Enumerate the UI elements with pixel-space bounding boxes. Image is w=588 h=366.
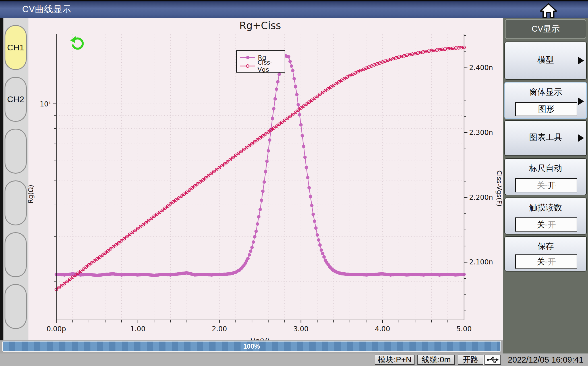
menu-button-4[interactable]: 标尺自动关-开 [504,158,587,195]
svg-text:2.300n: 2.300n [469,129,493,137]
menu-button-6[interactable]: 保存关-开 [504,236,587,272]
left-edge-strip [0,18,3,340]
status-circuit: 开路 [458,355,483,365]
toggle-off-label: 关 [537,219,545,231]
toggle-box[interactable]: 关-开 [515,217,577,232]
channel-button-label: CH1 [7,43,24,52]
legend-entry: Ciss-Vgs [240,62,283,70]
status-datetime: 2022/12/05 16:09:41 [503,355,588,365]
toggle-on-label: 开 [548,256,556,268]
channel-button-empty-3[interactable] [5,180,27,225]
svg-text:Ciss-Vgs(F): Ciss-Vgs(F) [496,170,503,207]
svg-text:2.400n: 2.400n [469,64,493,72]
channel-button-ch1[interactable]: CH1 [5,25,27,70]
toggle-on-label: 开 [548,180,556,191]
svg-text:5.00: 5.00 [456,325,471,333]
channel-button-label: CH2 [7,94,24,104]
menu-button-label: 标尺自动 [505,163,586,174]
menu-value-label: 图形 [538,104,555,115]
menu-header: CV显示 [505,19,586,39]
toggle-box[interactable]: 关-开 [515,178,577,192]
menu-value-box: 图形 [515,102,577,116]
toggle-off-label: 关 [537,256,545,268]
svg-text:Rg(Ω): Rg(Ω) [28,185,34,203]
chart-legend: RgCiss-Vgs [236,50,285,73]
channel-button-empty-2[interactable] [5,129,27,174]
cv-curve-display-screen: CV曲线显示 CH1CH2 Rg+Ciss 0.00p1.002.003.004… [0,0,588,366]
progress-row: 100% [0,340,503,353]
arrow-right-icon [578,97,584,105]
refresh-icon[interactable] [69,35,86,52]
menu-button-label: 触摸读数 [505,202,586,213]
channel-sidebar: CH1CH2 [3,18,28,340]
channel-button-empty-5[interactable] [5,284,27,329]
menu-button-2[interactable]: 窗体显示图形 [504,82,587,119]
toggle-separator: - [545,220,548,229]
right-menu-panel: CV显示 模型窗体显示图形图表工具标尺自动关-开触摸读数关-开保存关-开 [503,18,588,353]
status-module: 模块:P+N [375,355,415,365]
svg-text:0.00p: 0.00p [47,325,66,333]
menu-button-1[interactable]: 模型 [504,42,587,80]
title-bar: CV曲线显示 [0,0,588,18]
svg-text:2.00: 2.00 [212,325,227,333]
menu-button-label: 图表工具 [505,132,586,143]
page-title: CV曲线显示 [22,1,71,18]
home-button[interactable] [539,3,558,18]
menu-button-label: 保存 [505,241,586,252]
home-icon [539,3,558,18]
arrow-right-icon [578,134,584,142]
svg-text:2.200n: 2.200n [469,194,493,201]
channel-button-empty-4[interactable] [5,232,27,277]
channel-button-ch2[interactable]: CH2 [5,77,27,122]
usb-status-box [485,355,501,365]
toggle-on-label: 开 [548,219,556,231]
svg-text:10¹: 10¹ [40,100,51,108]
status-cable: 线缆:0m [417,355,455,365]
progress-bar: 100% [2,341,501,352]
progress-label: 100% [243,343,260,350]
menu-button-label: 窗体显示 [505,87,586,98]
arrow-right-icon [578,57,584,65]
usb-icon [486,356,499,363]
status-bar: 模块:P+N线缆:0m开路 2022/12/05 16:09:41 [0,353,588,366]
menu-button-label: 模型 [505,54,586,66]
legend-filled-marker [240,54,256,61]
menu-button-3[interactable]: 图表工具 [504,120,587,156]
svg-text:1.00: 1.00 [130,325,145,333]
svg-text:2.100n: 2.100n [469,258,493,266]
svg-text:Vg(V): Vg(V) [251,337,270,340]
toggle-separator: - [545,181,548,190]
chart-area: Rg+Ciss 0.00p1.002.003.004.005.0010¹2.10… [28,18,503,340]
svg-text:4.00: 4.00 [375,325,390,333]
toggle-separator: - [545,257,548,266]
legend-label: Ciss-Vgs [258,59,283,73]
svg-text:3.00: 3.00 [293,325,309,333]
toggle-box[interactable]: 关-开 [515,254,577,269]
legend-open-marker [240,63,255,69]
menu-button-5[interactable]: 触摸读数关-开 [504,198,587,235]
toggle-off-label: 关 [537,180,545,191]
